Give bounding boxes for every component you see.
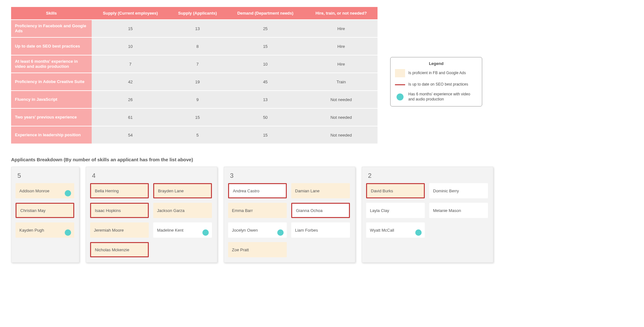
cell-action: Not needed xyxy=(305,126,378,144)
video-dot-icon xyxy=(415,229,422,236)
cell-supply_app: 9 xyxy=(169,91,226,108)
skills-table: Skills Supply (Current employees) Supply… xyxy=(11,6,378,144)
cell-demand: 15 xyxy=(226,38,305,55)
applicant-card: Jackson Garza xyxy=(153,203,212,218)
cell-supply_emp: 7 xyxy=(92,55,169,73)
cell-skill-name: At least 6 months' experience in video a… xyxy=(11,55,92,73)
applicant-name: Bella Herring xyxy=(95,189,119,193)
cell-supply_app: 7 xyxy=(169,55,226,73)
video-dot-icon xyxy=(65,190,71,196)
page-root: Skills Supply (Current employees) Supply… xyxy=(0,0,622,269)
cell-supply_app: 5 xyxy=(169,126,226,144)
cell-supply_emp: 54 xyxy=(92,126,169,144)
applicant-card: Isaac Hopkins xyxy=(90,203,149,218)
cell-supply_app: 15 xyxy=(169,109,226,126)
applicant-card: Nicholas Mckenzie xyxy=(90,242,149,257)
applicant-card: Zoe Pratt xyxy=(228,242,287,257)
applicant-card: Andrea Castro xyxy=(228,183,287,198)
legend-row-fb: Is proficient in FB and Google Ads xyxy=(395,69,477,77)
breakdown-groups: 5Addison MonroeChristian MayKayden Pugh4… xyxy=(11,167,611,263)
legend-text-video: Has 6 months' experience with video and … xyxy=(408,92,477,102)
table-row: Up to date on SEO best practices10815Hir… xyxy=(11,38,378,55)
applicant-card: Kayden Pugh xyxy=(16,222,74,238)
cell-demand: 25 xyxy=(226,20,305,37)
cell-supply_app: 19 xyxy=(169,73,226,90)
col-supply-applicants: Supply (Applicants) xyxy=(169,7,226,19)
breakdown-heading: Applicants Breakdown (By number of skill… xyxy=(11,157,611,162)
cell-supply_app: 8 xyxy=(169,38,226,55)
top-row: Skills Supply (Current employees) Supply… xyxy=(11,6,611,144)
skill-count-group: 2David BurksDominic BerryLayla ClayMelan… xyxy=(362,167,493,263)
applicant-name: Isaac Hopkins xyxy=(95,208,121,213)
cell-supply_emp: 42 xyxy=(92,73,169,90)
applicant-name: Jeremiah Moore xyxy=(94,228,124,233)
applicant-card: Christian May xyxy=(16,203,74,218)
applicant-card: Liam Forbes xyxy=(291,222,350,238)
legend-title: Legend xyxy=(395,61,477,66)
applicant-name: Addison Monroe xyxy=(19,189,49,193)
cell-skill-name: Experience in leadership position xyxy=(11,126,92,144)
col-skills: Skills xyxy=(11,7,92,19)
cell-action: Not needed xyxy=(305,109,378,126)
cell-skill-name: Two years' previous experience xyxy=(11,109,92,126)
video-dot-icon xyxy=(65,229,71,236)
cell-supply_emp: 10 xyxy=(92,38,169,55)
applicant-card: Jocelyn Owen xyxy=(228,222,287,238)
table-header-row: Skills Supply (Current employees) Supply… xyxy=(11,7,378,19)
group-label: 5 xyxy=(17,172,75,179)
col-action: Hire, train, or not needed? xyxy=(305,7,378,19)
applicant-name: David Burks xyxy=(371,189,393,193)
cell-action: Not needed xyxy=(305,91,378,108)
applicant-name: Emma Barr xyxy=(232,208,253,213)
cell-skill-name: Proficiency in Adobe Creative Suite xyxy=(11,73,92,90)
legend-swatch-fb-icon xyxy=(395,69,405,77)
applicant-name: Liam Forbes xyxy=(295,228,318,233)
table-row: Two years' previous experience611550Not … xyxy=(11,109,378,126)
applicant-name: Damian Lane xyxy=(295,189,319,193)
applicant-name: Layla Clay xyxy=(370,208,389,213)
card-grid: Andrea CastroDamian LaneEmma BarrGianna … xyxy=(228,183,351,257)
legend-swatch-video-icon xyxy=(397,93,404,100)
applicant-name: Nicholas Mckenzie xyxy=(95,247,129,252)
card-grid: David BurksDominic BerryLayla ClayMelani… xyxy=(366,183,489,238)
cell-action: Hire xyxy=(305,55,378,73)
skill-count-group: 3Andrea CastroDamian LaneEmma BarrGianna… xyxy=(224,167,355,263)
applicant-card: Damian Lane xyxy=(291,183,350,198)
cell-skill-name: Fluency in JavaScript xyxy=(11,91,92,108)
skill-count-group: 5Addison MonroeChristian MayKayden Pugh xyxy=(11,167,79,263)
legend-box: Legend Is proficient in FB and Google Ad… xyxy=(390,57,482,106)
table-row: Proficiency in Facebook and Google Ads15… xyxy=(11,20,378,37)
table-row: At least 6 months' experience in video a… xyxy=(11,55,378,73)
video-dot-icon xyxy=(202,229,209,236)
applicant-card: Jeremiah Moore xyxy=(90,222,149,238)
legend-row-seo: Is up to date on SEO best practices xyxy=(395,80,477,89)
applicant-card: Wyatt McCall xyxy=(366,222,425,238)
applicant-card: David Burks xyxy=(366,183,425,198)
video-dot-icon xyxy=(277,229,284,236)
table-row: Fluency in JavaScript26913Not needed xyxy=(11,91,378,108)
applicant-name: Gianna Ochoa xyxy=(296,208,323,213)
cell-supply_emp: 61 xyxy=(92,109,169,126)
cell-supply_emp: 15 xyxy=(92,20,169,37)
applicant-card: Dominic Berry xyxy=(429,183,488,198)
cell-demand: 15 xyxy=(226,126,305,144)
legend-text-seo: Is up to date on SEO best practices xyxy=(408,82,477,87)
applicant-card: Layla Clay xyxy=(366,203,425,218)
cell-demand: 10 xyxy=(226,55,305,73)
cell-demand: 45 xyxy=(226,73,305,90)
card-grid: Bella HerringBrayden LaneIsaac HopkinsJa… xyxy=(90,183,213,257)
applicant-card: Bella Herring xyxy=(90,183,149,198)
group-label: 3 xyxy=(230,172,351,179)
table-row: Proficiency in Adobe Creative Suite42194… xyxy=(11,73,378,90)
legend-row-video: Has 6 months' experience with video and … xyxy=(395,92,477,102)
group-label: 4 xyxy=(92,172,213,179)
applicant-name: Zoe Pratt xyxy=(232,247,249,252)
applicant-name: Madeline Kent xyxy=(157,228,183,233)
applicant-name: Andrea Castro xyxy=(233,189,260,193)
applicant-name: Christian May xyxy=(20,208,45,213)
cell-skill-name: Proficiency in Facebook and Google Ads xyxy=(11,20,92,37)
cell-demand: 13 xyxy=(226,91,305,108)
cell-action: Hire xyxy=(305,38,378,55)
card-grid: Addison MonroeChristian MayKayden Pugh xyxy=(16,183,75,238)
cell-skill-name: Up to date on SEO best practices xyxy=(11,38,92,55)
